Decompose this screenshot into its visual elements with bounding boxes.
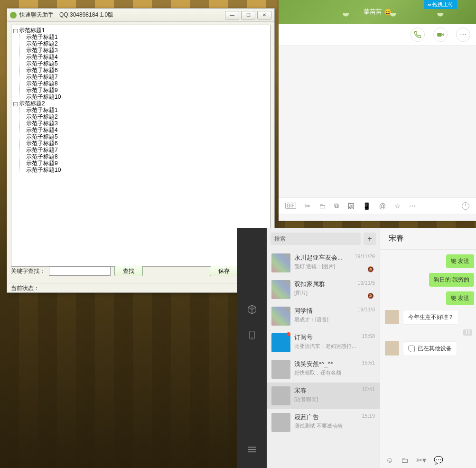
chat-header: ∞ 拖拽上传 菜苗苗 😄 xyxy=(279,0,476,24)
tree-toggle[interactable]: − xyxy=(13,102,18,106)
phone-icon[interactable]: 📱 xyxy=(363,202,371,210)
folder-icon[interactable]: 🗀 xyxy=(319,202,326,210)
chat-bubble-icon[interactable]: 💬 xyxy=(434,456,443,465)
chat-item[interactable]: 双扣家属群 [图片] 19/11/5 🔕 xyxy=(267,276,380,303)
image-icon[interactable]: 🖼 xyxy=(347,202,354,210)
titlebar[interactable]: 快速聊天助手 QQ:304898184 1.0版 — ☐ ✕ xyxy=(7,9,274,22)
chat-time: 19/11/3 xyxy=(357,307,375,312)
message-out: 狗日的 我穷的 xyxy=(380,273,476,287)
history-icon[interactable] xyxy=(462,202,469,210)
tree-leaf[interactable]: 示范子标题8 xyxy=(23,153,268,160)
tree-leaf[interactable]: 示范子标题1 xyxy=(23,34,268,40)
chat-time: 15:41 xyxy=(362,386,375,392)
tree-leaf[interactable]: 示范子标题4 xyxy=(23,127,268,133)
video-call-button[interactable] xyxy=(433,28,448,42)
hamburger-icon[interactable] xyxy=(248,445,256,454)
tree-view[interactable]: −示范标题1示范子标题1示范子标题2示范子标题3示范子标题4示范子标题5示范子标… xyxy=(11,25,271,267)
contact-name: 菜苗苗 xyxy=(364,8,382,16)
tree-leaf[interactable]: 示范子标题6 xyxy=(23,140,268,147)
chat-time: 15:58 xyxy=(362,333,375,339)
detail-body[interactable]: 键 发送 狗日的 我穷的 键 发送 今年生意不好哇？ 15 已在其他设备 xyxy=(380,250,476,452)
chat-time: 15:19 xyxy=(362,413,375,419)
emoji-icon[interactable]: ☺ xyxy=(386,456,393,465)
tree-leaf[interactable]: 示范子标题4 xyxy=(23,54,268,60)
tree-leaf[interactable]: 示范子标题7 xyxy=(23,147,268,153)
phone-sidebar-icon[interactable] xyxy=(246,329,258,341)
call-toolbar: ⋯ xyxy=(279,24,476,46)
chat-item[interactable]: 同学情 易成才：[语音] 19/11/3 xyxy=(267,303,380,329)
chat-body[interactable] xyxy=(279,46,476,197)
chat-list: 永川起亚车友会... 氙灯 透镜：[图片] 19/11/29 🔕 双扣家属群 [… xyxy=(267,250,380,436)
chat-subtitle: [语音聊天] xyxy=(294,396,375,403)
upload-badge[interactable]: ∞ 拖拽上传 xyxy=(424,0,457,9)
chat-item[interactable]: 订阅号 比亚迪汽车：老妈迷惑行... 15:58 xyxy=(267,329,380,356)
gif-icon[interactable]: GIF xyxy=(285,203,296,209)
minimize-button[interactable]: — xyxy=(225,11,239,19)
helper-window: 快速聊天助手 QQ:304898184 1.0版 — ☐ ✕ −示范标题1示范子… xyxy=(7,8,275,293)
chat-subtitle: 比亚迪汽车：老妈迷惑行... xyxy=(294,343,375,350)
message-in: 今年生意不好哇？ xyxy=(380,310,476,325)
svg-rect-0 xyxy=(437,33,441,37)
chat-item[interactable]: 浅笑安然*^_^* 赶快领取，还有名额 15:51 xyxy=(267,356,380,383)
star-icon[interactable]: ☆ xyxy=(394,202,401,210)
status-label: 当前状态： xyxy=(11,285,39,291)
chat-subtitle: 测试测试 不要激动哈 xyxy=(294,422,375,430)
chat-item[interactable]: 晟蓝广告 测试测试 不要激动哈 15:19 xyxy=(267,409,380,436)
tree-leaf[interactable]: 示范子标题2 xyxy=(23,40,268,47)
avatar xyxy=(271,280,290,299)
chat-time: 15:51 xyxy=(362,360,375,365)
more-icon[interactable]: ⋯ xyxy=(409,202,416,210)
cloud-icon: ∞ xyxy=(428,2,431,8)
chat-item[interactable]: 永川起亚车友会... 氙灯 透镜：[图片] 19/11/29 🔕 xyxy=(267,250,380,276)
save-button[interactable]: 保存 xyxy=(210,266,238,276)
bottom-bar: 关键字查找： 查找 保存 刷新 xyxy=(11,264,271,278)
voice-call-button[interactable] xyxy=(411,28,425,42)
message-in: 已在其他设备 xyxy=(380,341,476,356)
app-icon xyxy=(10,12,17,19)
avatar xyxy=(271,253,290,272)
message-out: 键 发送 xyxy=(380,254,476,268)
tree-leaf[interactable]: 示范子标题8 xyxy=(23,80,268,87)
avatar[interactable] xyxy=(385,341,399,356)
tree-toggle[interactable]: − xyxy=(13,29,18,33)
scissor-icon[interactable]: ✂▾ xyxy=(416,456,426,465)
search-input[interactable] xyxy=(271,233,361,245)
tree-leaf[interactable]: 示范子标题9 xyxy=(23,160,268,167)
tree-leaf[interactable]: 示范子标题6 xyxy=(23,67,268,74)
more-button[interactable]: ⋯ xyxy=(456,28,470,42)
avatar xyxy=(271,386,290,405)
tree-leaf[interactable]: 示范子标题3 xyxy=(23,47,268,54)
detail-input-toolbar: ☺ 🗀 ✂▾ 💬 xyxy=(380,452,476,468)
new-chat-button[interactable]: + xyxy=(364,233,376,245)
chat-subtitle: [图片] xyxy=(294,290,375,297)
tree-leaf[interactable]: 示范子标题3 xyxy=(23,120,268,127)
chat-item[interactable]: 宋春 [语音聊天] 15:41 xyxy=(267,383,380,409)
keyword-input[interactable] xyxy=(49,266,111,276)
tree-leaf[interactable]: 示范子标题10 xyxy=(23,94,268,100)
search-row: + xyxy=(267,228,380,250)
maximize-button[interactable]: ☐ xyxy=(241,11,255,19)
tree-leaf[interactable]: 示范子标题5 xyxy=(23,133,268,140)
phone-icon xyxy=(408,346,415,352)
capture-icon[interactable]: ⧉ xyxy=(334,202,339,210)
tree-leaf[interactable]: 示范子标题5 xyxy=(23,60,268,67)
search-button[interactable]: 查找 xyxy=(114,266,143,276)
close-button[interactable]: ✕ xyxy=(257,11,271,19)
chat-time: 19/11/5 xyxy=(357,280,375,286)
window-title: 快速聊天助手 QQ:304898184 1.0版 xyxy=(19,11,225,19)
tree-node-label[interactable]: 示范标题1 xyxy=(19,27,45,34)
keyword-label: 关键字查找： xyxy=(11,267,45,275)
folder-icon[interactable]: 🗀 xyxy=(401,456,409,465)
tree-leaf[interactable]: 示范子标题10 xyxy=(23,167,268,173)
tree-leaf[interactable]: 示范子标题2 xyxy=(23,113,268,120)
tree-leaf[interactable]: 示范子标题1 xyxy=(23,107,268,113)
tree-node-label[interactable]: 示范标题2 xyxy=(19,100,45,107)
at-icon[interactable]: @ xyxy=(379,202,386,210)
tree-leaf[interactable]: 示范子标题9 xyxy=(23,87,268,94)
scissor-icon[interactable]: ✂ xyxy=(305,202,310,210)
input-toolbar: GIF ✂ 🗀 ⧉ 🖼 📱 @ ☆ ⋯ xyxy=(279,197,476,214)
emoji-icon: 😄 xyxy=(384,9,392,16)
tree-leaf[interactable]: 示范子标题7 xyxy=(23,74,268,80)
cube-icon[interactable] xyxy=(246,304,258,315)
avatar[interactable] xyxy=(385,310,399,324)
